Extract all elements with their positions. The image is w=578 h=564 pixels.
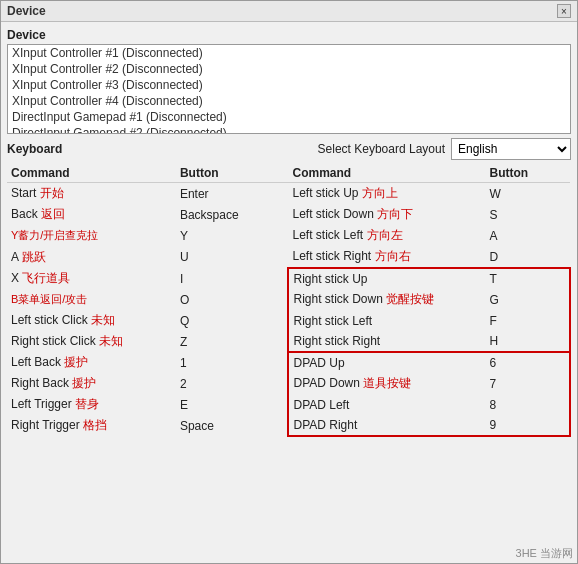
title-bar: Device × [1, 1, 577, 22]
cmd2-cell: Left stick Down 方向下 [288, 204, 485, 225]
cmd1-cell: Y蓄力/开启查克拉 [7, 225, 176, 246]
cmd1-cell: Left Back 援护 [7, 352, 176, 373]
cmd1-cell: Right Back 援护 [7, 373, 176, 394]
cmd1-cell: Right stick Click 未知 [7, 331, 176, 352]
device-list-item[interactable]: XInput Controller #2 (Disconnected) [8, 61, 570, 77]
btn2-cell: D [486, 246, 570, 268]
table-row: Left Back 援护1DPAD Up6 [7, 352, 570, 373]
window-title: Device [7, 4, 46, 18]
header-button2: Button [486, 164, 570, 183]
content-area: Device XInput Controller #1 (Disconnecte… [1, 22, 577, 443]
btn1-cell: U [176, 246, 289, 268]
btn1-cell: I [176, 268, 289, 289]
btn1-cell: 1 [176, 352, 289, 373]
device-list[interactable]: XInput Controller #1 (Disconnected)XInpu… [7, 44, 571, 134]
btn2-cell: W [486, 183, 570, 205]
cmd2-cell: DPAD Up [288, 352, 485, 373]
table-row: Right Trigger 格挡SpaceDPAD Right9 [7, 415, 570, 436]
table-row: Right Back 援护2DPAD Down 道具按键7 [7, 373, 570, 394]
device-list-item[interactable]: DirectInput Gamepad #1 (Disconnected) [8, 109, 570, 125]
btn2-cell: A [486, 225, 570, 246]
cmd2-cell: DPAD Down 道具按键 [288, 373, 485, 394]
btn2-cell: 6 [486, 352, 570, 373]
btn1-cell: Y [176, 225, 289, 246]
header-button1: Button [176, 164, 289, 183]
close-button[interactable]: × [557, 4, 571, 18]
table-row: Right stick Click 未知ZRight stick RightH [7, 331, 570, 352]
device-section-label: Device [7, 28, 571, 42]
watermark: 3HE 当游网 [516, 546, 573, 561]
btn1-cell: Enter [176, 183, 289, 205]
table-row: A 跳跃ULeft stick Right 方向右D [7, 246, 570, 268]
header-command2: Command [288, 164, 485, 183]
select-layout-label: Select Keyboard Layout [318, 142, 445, 156]
cmd1-cell: Back 返回 [7, 204, 176, 225]
table-row: Back 返回BackspaceLeft stick Down 方向下S [7, 204, 570, 225]
btn1-cell: 2 [176, 373, 289, 394]
device-list-item[interactable]: XInput Controller #3 (Disconnected) [8, 77, 570, 93]
btn1-cell: O [176, 289, 289, 310]
table-row: Left stick Click 未知QRight stick LeftF [7, 310, 570, 331]
device-list-item[interactable]: DirectInput Gamepad #2 (Disconnected) [8, 125, 570, 134]
cmd2-cell: Left stick Left 方向左 [288, 225, 485, 246]
cmd2-cell: Right stick Up [288, 268, 485, 289]
cmd1-cell: B菜单返回/攻击 [7, 289, 176, 310]
table-row: Left Trigger 替身EDPAD Left8 [7, 394, 570, 415]
table-row: X 飞行道具IRight stick UpT [7, 268, 570, 289]
btn1-cell: Backspace [176, 204, 289, 225]
device-list-item[interactable]: XInput Controller #4 (Disconnected) [8, 93, 570, 109]
btn1-cell: Q [176, 310, 289, 331]
commands-table: Command Button Command Button Start 开始En… [7, 164, 571, 437]
layout-select[interactable]: English [451, 138, 571, 160]
table-row: Y蓄力/开启查克拉YLeft stick Left 方向左A [7, 225, 570, 246]
btn1-cell: E [176, 394, 289, 415]
btn1-cell: Space [176, 415, 289, 436]
cmd1-cell: Left stick Click 未知 [7, 310, 176, 331]
cmd1-cell: Right Trigger 格挡 [7, 415, 176, 436]
btn2-cell: 7 [486, 373, 570, 394]
cmd2-cell: DPAD Right [288, 415, 485, 436]
btn2-cell: T [486, 268, 570, 289]
main-window: Device × Device XInput Controller #1 (Di… [0, 0, 578, 564]
cmd2-cell: Left stick Right 方向右 [288, 246, 485, 268]
btn2-cell: 8 [486, 394, 570, 415]
btn1-cell: Z [176, 331, 289, 352]
header-command1: Command [7, 164, 176, 183]
cmd2-cell: Right stick Left [288, 310, 485, 331]
cmd1-cell: Left Trigger 替身 [7, 394, 176, 415]
cmd1-cell: Start 开始 [7, 183, 176, 205]
cmd2-cell: Right stick Down 觉醒按键 [288, 289, 485, 310]
cmd2-cell: Left stick Up 方向上 [288, 183, 485, 205]
table-header-row: Command Button Command Button [7, 164, 570, 183]
keyboard-label: Keyboard [7, 142, 62, 156]
layout-select-group: Select Keyboard Layout English [318, 138, 571, 160]
cmd2-cell: Right stick Right [288, 331, 485, 352]
table-row: Start 开始EnterLeft stick Up 方向上W [7, 183, 570, 205]
keyboard-row: Keyboard Select Keyboard Layout English [7, 138, 571, 160]
cmd2-cell: DPAD Left [288, 394, 485, 415]
device-list-item[interactable]: XInput Controller #1 (Disconnected) [8, 45, 570, 61]
btn2-cell: F [486, 310, 570, 331]
btn2-cell: 9 [486, 415, 570, 436]
btn2-cell: S [486, 204, 570, 225]
table-row: B菜单返回/攻击ORight stick Down 觉醒按键G [7, 289, 570, 310]
btn2-cell: G [486, 289, 570, 310]
cmd1-cell: X 飞行道具 [7, 268, 176, 289]
btn2-cell: H [486, 331, 570, 352]
cmd1-cell: A 跳跃 [7, 246, 176, 268]
